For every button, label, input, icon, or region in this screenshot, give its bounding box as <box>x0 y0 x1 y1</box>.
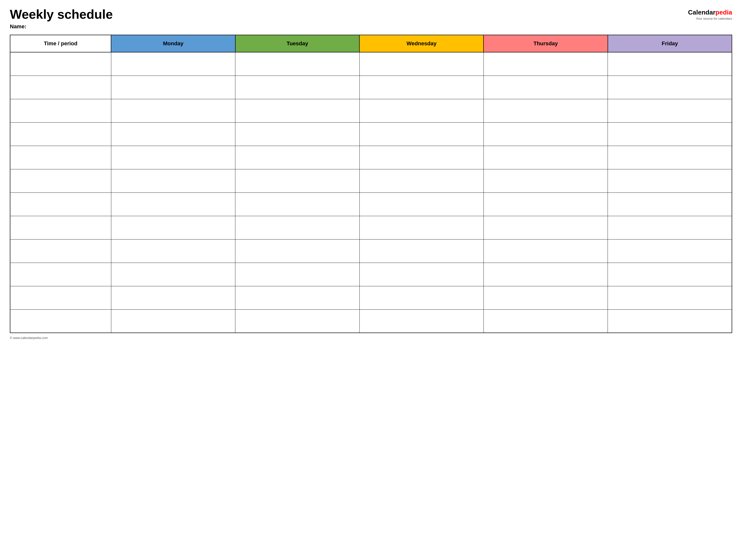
table-cell[interactable] <box>111 75 235 99</box>
table-cell[interactable] <box>360 216 483 239</box>
table-cell[interactable] <box>483 216 607 239</box>
table-cell[interactable] <box>10 286 111 310</box>
table-cell[interactable] <box>483 192 607 216</box>
col-header-thursday: Thursday <box>483 35 607 52</box>
table-cell[interactable] <box>111 122 235 146</box>
table-cell[interactable] <box>483 239 607 263</box>
table-row <box>10 146 732 169</box>
table-row <box>10 169 732 192</box>
table-cell[interactable] <box>10 99 111 122</box>
table-cell[interactable] <box>483 286 607 310</box>
table-cell[interactable] <box>10 263 111 286</box>
table-cell[interactable] <box>608 239 732 263</box>
table-row <box>10 239 732 263</box>
table-cell[interactable] <box>483 52 607 75</box>
table-cell[interactable] <box>111 216 235 239</box>
table-cell[interactable] <box>360 169 483 192</box>
col-header-friday: Friday <box>608 35 732 52</box>
table-cell[interactable] <box>235 99 360 122</box>
table-cell[interactable] <box>608 52 732 75</box>
footer: © www.calendarpedia.com <box>10 336 732 340</box>
table-row <box>10 99 732 122</box>
table-cell[interactable] <box>111 263 235 286</box>
table-cell[interactable] <box>10 310 111 333</box>
table-cell[interactable] <box>483 75 607 99</box>
table-cell[interactable] <box>360 99 483 122</box>
table-cell[interactable] <box>608 263 732 286</box>
table-cell[interactable] <box>10 169 111 192</box>
table-row <box>10 286 732 310</box>
table-cell[interactable] <box>111 239 235 263</box>
table-cell[interactable] <box>111 169 235 192</box>
table-cell[interactable] <box>360 146 483 169</box>
table-cell[interactable] <box>111 99 235 122</box>
table-cell[interactable] <box>10 75 111 99</box>
table-cell[interactable] <box>608 75 732 99</box>
table-cell[interactable] <box>483 122 607 146</box>
table-cell[interactable] <box>608 122 732 146</box>
table-cell[interactable] <box>483 310 607 333</box>
col-header-monday: Monday <box>111 35 235 52</box>
table-cell[interactable] <box>360 239 483 263</box>
logo-pedia: pedia <box>716 9 732 16</box>
logo-section: Calendarpedia Your source for calendars <box>688 9 732 20</box>
table-cell[interactable] <box>483 169 607 192</box>
table-cell[interactable] <box>235 286 360 310</box>
table-cell[interactable] <box>111 146 235 169</box>
table-cell[interactable] <box>111 52 235 75</box>
table-cell[interactable] <box>235 310 360 333</box>
table-cell[interactable] <box>10 122 111 146</box>
table-cell[interactable] <box>360 286 483 310</box>
table-cell[interactable] <box>10 239 111 263</box>
table-row <box>10 192 732 216</box>
table-cell[interactable] <box>10 216 111 239</box>
table-row <box>10 310 732 333</box>
name-label: Name: <box>10 23 113 30</box>
table-cell[interactable] <box>608 310 732 333</box>
col-header-wednesday: Wednesday <box>360 35 483 52</box>
table-cell[interactable] <box>360 263 483 286</box>
table-cell[interactable] <box>360 122 483 146</box>
table-cell[interactable] <box>608 192 732 216</box>
title-section: Weekly schedule Name: <box>10 7 113 30</box>
logo-tagline: Your source for calendars <box>696 17 732 20</box>
table-cell[interactable] <box>235 122 360 146</box>
table-header-row: Time / period Monday Tuesday Wednesday T… <box>10 35 732 52</box>
table-cell[interactable] <box>360 75 483 99</box>
table-cell[interactable] <box>235 216 360 239</box>
table-cell[interactable] <box>235 75 360 99</box>
table-cell[interactable] <box>111 310 235 333</box>
table-cell[interactable] <box>608 99 732 122</box>
table-cell[interactable] <box>111 286 235 310</box>
table-row <box>10 122 732 146</box>
table-cell[interactable] <box>235 146 360 169</box>
table-cell[interactable] <box>483 263 607 286</box>
table-body <box>10 52 732 333</box>
table-cell[interactable] <box>235 239 360 263</box>
table-cell[interactable] <box>235 192 360 216</box>
table-cell[interactable] <box>235 263 360 286</box>
table-row <box>10 52 732 75</box>
footer-text: © www.calendarpedia.com <box>10 336 48 340</box>
table-cell[interactable] <box>608 286 732 310</box>
logo-calendar: Calendar <box>688 9 716 16</box>
table-cell[interactable] <box>608 146 732 169</box>
table-cell[interactable] <box>10 146 111 169</box>
page-header: Weekly schedule Name: Calendarpedia Your… <box>10 7 732 30</box>
table-row <box>10 216 732 239</box>
table-cell[interactable] <box>235 169 360 192</box>
table-cell[interactable] <box>111 192 235 216</box>
table-cell[interactable] <box>608 216 732 239</box>
table-cell[interactable] <box>483 146 607 169</box>
table-cell[interactable] <box>608 169 732 192</box>
schedule-table: Time / period Monday Tuesday Wednesday T… <box>10 35 732 333</box>
table-cell[interactable] <box>10 52 111 75</box>
table-cell[interactable] <box>235 52 360 75</box>
table-cell[interactable] <box>360 310 483 333</box>
table-cell[interactable] <box>483 99 607 122</box>
table-cell[interactable] <box>10 192 111 216</box>
table-cell[interactable] <box>360 192 483 216</box>
col-header-tuesday: Tuesday <box>235 35 360 52</box>
table-cell[interactable] <box>360 52 483 75</box>
logo-text: Calendarpedia <box>688 9 732 16</box>
